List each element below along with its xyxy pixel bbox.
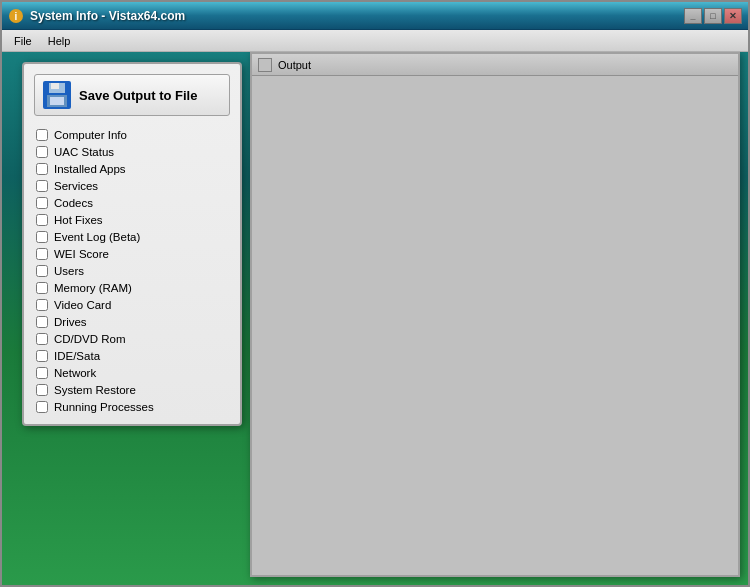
label-users: Users: [54, 265, 84, 277]
label-installed-apps: Installed Apps: [54, 163, 126, 175]
svg-rect-6: [50, 97, 64, 105]
checkbox-network[interactable]: [36, 367, 48, 379]
list-item[interactable]: Video Card: [34, 298, 230, 312]
title-buttons: _ □ ✕: [684, 8, 742, 24]
checkbox-video-card[interactable]: [36, 299, 48, 311]
list-item[interactable]: Services: [34, 179, 230, 193]
svg-rect-8: [259, 59, 271, 71]
output-panel: Output: [250, 52, 740, 577]
label-system-restore: System Restore: [54, 384, 136, 396]
checkbox-ide-sata[interactable]: [36, 350, 48, 362]
checkbox-codecs[interactable]: [36, 197, 48, 209]
checkbox-memory[interactable]: [36, 282, 48, 294]
label-memory: Memory (RAM): [54, 282, 132, 294]
menu-help[interactable]: Help: [40, 33, 79, 49]
label-network: Network: [54, 367, 96, 379]
close-button[interactable]: ✕: [724, 8, 742, 24]
svg-rect-4: [51, 83, 59, 89]
output-title-bar: Output: [252, 54, 738, 76]
minimize-button[interactable]: _: [684, 8, 702, 24]
list-item[interactable]: WEI Score: [34, 247, 230, 261]
list-item[interactable]: UAC Status: [34, 145, 230, 159]
list-item[interactable]: Event Log (Beta): [34, 230, 230, 244]
checkbox-cd-dvd-rom[interactable]: [36, 333, 48, 345]
label-computer-info: Computer Info: [54, 129, 127, 141]
label-drives: Drives: [54, 316, 87, 328]
checkbox-list: Computer InfoUAC StatusInstalled AppsSer…: [34, 128, 230, 414]
checkbox-installed-apps[interactable]: [36, 163, 48, 175]
content-area: Save Output to File Computer InfoUAC Sta…: [2, 52, 748, 585]
label-codecs: Codecs: [54, 197, 93, 209]
checkbox-system-restore[interactable]: [36, 384, 48, 396]
checkbox-services[interactable]: [36, 180, 48, 192]
svg-text:i: i: [15, 11, 18, 22]
label-ide-sata: IDE/Sata: [54, 350, 100, 362]
menu-bar: File Help: [2, 30, 748, 52]
list-item[interactable]: Drives: [34, 315, 230, 329]
list-item[interactable]: Hot Fixes: [34, 213, 230, 227]
list-item[interactable]: Users: [34, 264, 230, 278]
checkbox-users[interactable]: [36, 265, 48, 277]
title-bar: i System Info - Vistax64.com _ □ ✕: [2, 2, 748, 30]
menu-file[interactable]: File: [6, 33, 40, 49]
label-services: Services: [54, 180, 98, 192]
label-running-processes: Running Processes: [54, 401, 154, 413]
checkbox-running-processes[interactable]: [36, 401, 48, 413]
label-video-card: Video Card: [54, 299, 111, 311]
window-title: System Info - Vistax64.com: [30, 9, 684, 23]
list-item[interactable]: Codecs: [34, 196, 230, 210]
list-item[interactable]: Computer Info: [34, 128, 230, 142]
output-panel-icon: [258, 58, 272, 72]
list-item[interactable]: System Restore: [34, 383, 230, 397]
label-uac-status: UAC Status: [54, 146, 114, 158]
left-panel: Save Output to File Computer InfoUAC Sta…: [22, 62, 242, 426]
list-item[interactable]: Network: [34, 366, 230, 380]
checkbox-wei-score[interactable]: [36, 248, 48, 260]
list-item[interactable]: Running Processes: [34, 400, 230, 414]
label-wei-score: WEI Score: [54, 248, 109, 260]
checkbox-computer-info[interactable]: [36, 129, 48, 141]
checkbox-drives[interactable]: [36, 316, 48, 328]
maximize-button[interactable]: □: [704, 8, 722, 24]
list-item[interactable]: Installed Apps: [34, 162, 230, 176]
label-hot-fixes: Hot Fixes: [54, 214, 103, 226]
main-window: i System Info - Vistax64.com _ □ ✕ File …: [0, 0, 750, 587]
checkbox-event-log[interactable]: [36, 231, 48, 243]
list-item[interactable]: CD/DVD Rom: [34, 332, 230, 346]
checkbox-uac-status[interactable]: [36, 146, 48, 158]
output-content-area: [252, 76, 738, 575]
label-cd-dvd-rom: CD/DVD Rom: [54, 333, 126, 345]
label-event-log: Event Log (Beta): [54, 231, 140, 243]
list-item[interactable]: IDE/Sata: [34, 349, 230, 363]
save-output-label: Save Output to File: [79, 88, 197, 103]
checkbox-hot-fixes[interactable]: [36, 214, 48, 226]
window-icon: i: [8, 8, 24, 24]
list-item[interactable]: Memory (RAM): [34, 281, 230, 295]
save-output-button[interactable]: Save Output to File: [34, 74, 230, 116]
floppy-disk-icon: [43, 81, 71, 109]
output-panel-title: Output: [278, 59, 311, 71]
